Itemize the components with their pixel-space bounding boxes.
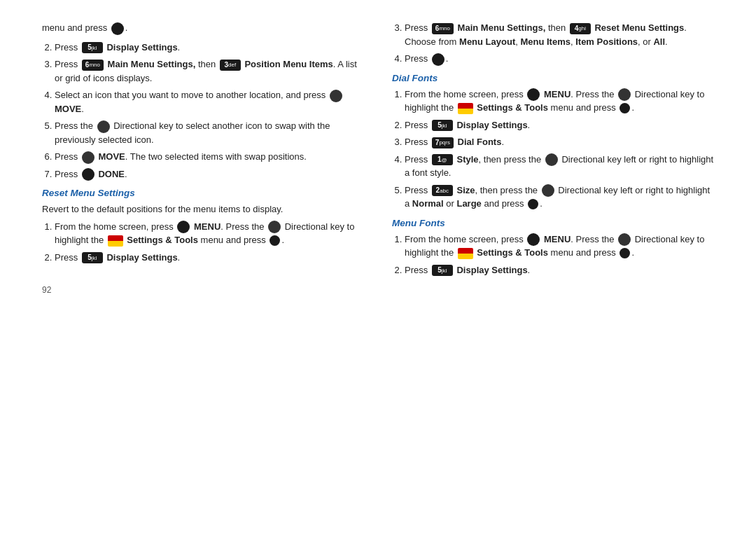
settings-tools-icon-3 <box>458 248 473 259</box>
label-menu-df: MENU <box>544 89 570 99</box>
list-item: Press 5 jkl Display Settings. <box>405 263 714 277</box>
circle-btn-mf <box>527 233 540 246</box>
list-item: Press 6 mno Main Menu Settings, then 3 d… <box>55 57 364 85</box>
label-menu-mf: MENU <box>544 234 570 244</box>
list-item: From the home screen, press MENU. Press … <box>55 220 364 247</box>
key-7pqrs: 7 pqrs <box>432 137 454 148</box>
key-5jkl: 5 jkl <box>82 42 103 53</box>
list-item: Press DONE. <box>55 167 364 181</box>
list-item: Press the Directional key to select anot… <box>55 119 364 146</box>
label-display-settings: Display Settings <box>106 42 177 53</box>
nav-btn-mf <box>618 233 631 246</box>
nav-btn-3 <box>545 153 558 166</box>
nav-btn <box>82 151 94 164</box>
label-display-settings-mf: Display Settings <box>456 265 527 275</box>
list-item: Press 2 abc Size, then press the Directi… <box>405 184 714 211</box>
list-item: From the home screen, press MENU. Press … <box>405 88 714 115</box>
list-item: Select an icon that you want to move to … <box>55 88 364 116</box>
dial-fonts-steps: From the home screen, press MENU. Press … <box>405 88 714 211</box>
label-main-menu-r: Main Menu Settings, <box>458 22 546 33</box>
nav-btn <box>618 88 631 101</box>
section-title-menu-fonts: Menu Fonts <box>392 218 714 228</box>
list-item: Press 5 jkl Display Settings. <box>405 118 714 132</box>
key-3def: 3 def <box>220 60 241 71</box>
list-item: Press 7 pqrs Dial Fonts. <box>405 135 714 149</box>
key-6mno: 6 mno <box>82 60 104 71</box>
label-style: Style <box>456 154 478 165</box>
left-column: menu and press . Press 5 jkl Display Set… <box>42 21 364 295</box>
menu-fonts-steps: From the home screen, press MENU. Press … <box>405 233 714 277</box>
label-display-settings-df: Display Settings <box>456 120 527 130</box>
nav-btn <box>330 90 342 102</box>
nav-btn <box>268 221 281 233</box>
settings-tools-icon <box>108 235 123 247</box>
label-normal: Normal <box>412 198 444 209</box>
list-item: Press 6 mno Main Menu Settings, then 4 g… <box>405 21 714 48</box>
intro-line: menu and press . <box>42 21 364 35</box>
settings-tools-icon-2 <box>458 103 473 114</box>
key-2abc: 2 abc <box>432 185 453 196</box>
label-menu: MENU <box>194 221 220 232</box>
circle-btn-sm-mf <box>620 248 630 258</box>
nav-btn <box>97 120 110 133</box>
key-5jkl-df: 5 jkl <box>432 120 453 131</box>
list-item: Press MOVE. The two selected items with … <box>55 150 364 164</box>
label-reset: Reset Menu Settings <box>594 22 684 33</box>
label-settings-tools: Settings & Tools <box>127 235 198 245</box>
circle-btn <box>111 22 124 35</box>
label-settings-tools-2: Settings & Tools <box>477 102 548 113</box>
reset-steps-list: From the home screen, press MENU. Press … <box>55 220 364 265</box>
steps-list-left: Press 5 jkl Display Settings. Press 6 mn… <box>55 41 364 181</box>
key-6mno-r: 6 mno <box>432 23 454 34</box>
circle-btn <box>177 221 190 233</box>
circle-btn-sm-2 <box>620 103 630 113</box>
list-item: Press 5 jkl Display Settings. <box>55 41 364 55</box>
right-column: Press 6 mno Main Menu Settings, then 4 g… <box>392 21 714 295</box>
section-title-dial-fonts: Dial Fonts <box>392 73 714 83</box>
right-intro-steps: Press 6 mno Main Menu Settings, then 4 g… <box>405 21 714 66</box>
label-size: Size <box>456 185 475 195</box>
page-number: 92 <box>42 285 364 295</box>
list-item: Press 1@ Style, then press the Direction… <box>405 153 714 180</box>
label-done: DONE <box>98 169 125 179</box>
circle-btn-sm-3 <box>528 199 538 209</box>
label-large: Large <box>456 198 481 209</box>
circle-btn-sm <box>270 235 280 246</box>
label-main-menu: Main Menu Settings, <box>108 59 196 69</box>
label-settings-tools-3: Settings & Tools <box>477 247 548 258</box>
key-1at: 1@ <box>432 154 453 165</box>
section-title-reset: Reset Menu Settings <box>42 188 364 198</box>
page-container: menu and press . Press 5 jkl Display Set… <box>42 21 714 295</box>
list-item: Press 5 jkl Display Settings. <box>55 251 364 265</box>
list-item: Press . <box>405 52 714 66</box>
circle-btn <box>82 168 94 181</box>
label-display-settings-2: Display Settings <box>106 252 177 263</box>
section-description: Revert to the default positions for the … <box>42 202 364 216</box>
key-5jkl-2: 5 jkl <box>82 252 103 263</box>
circle-btn-r <box>432 53 444 66</box>
label-move: MOVE <box>55 104 81 114</box>
nav-btn-4 <box>542 184 554 197</box>
label-move2: MOVE <box>98 151 125 162</box>
key-4ghi: 4 ghi <box>570 23 591 34</box>
label-position: Position Menu Items <box>244 59 332 69</box>
list-item: From the home screen, press MENU. Press … <box>405 233 714 260</box>
key-5jkl-mf: 5 jkl <box>432 265 453 276</box>
label-dial-fonts: Dial Fonts <box>458 137 502 147</box>
circle-btn <box>527 88 540 101</box>
